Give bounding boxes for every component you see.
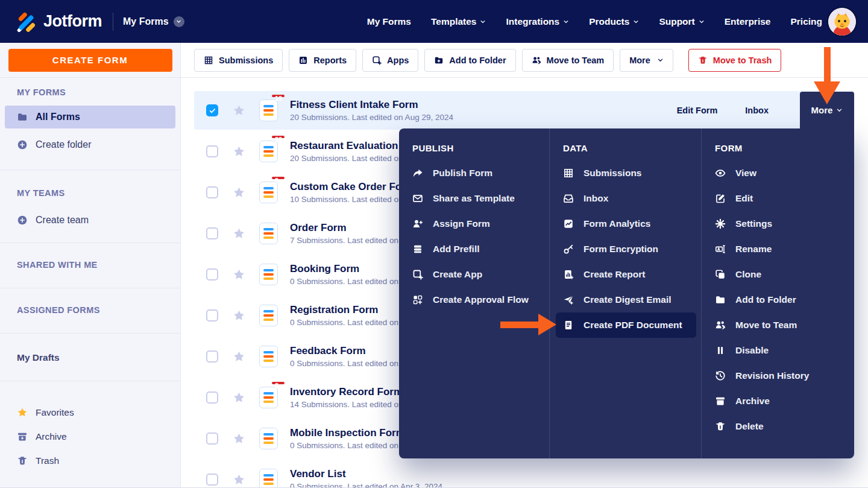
form-thumbnail-icon bbox=[259, 305, 278, 326]
more-button[interactable]: More bbox=[620, 49, 673, 72]
form-row-fitness-client-intake-form[interactable]: 19Fitness Client Intake Form20 Submissio… bbox=[194, 91, 854, 130]
menu-item-add-prefill[interactable]: Add Prefill bbox=[405, 236, 544, 262]
sidebar-item-my-drafts[interactable]: My Drafts bbox=[0, 352, 180, 363]
menu-item-publish-form[interactable]: Publish Form bbox=[405, 160, 544, 186]
nav-link-products[interactable]: Products bbox=[589, 16, 639, 27]
sidebar-item-trash[interactable]: Trash bbox=[5, 449, 175, 473]
menu-item-archive[interactable]: Archive bbox=[708, 388, 849, 414]
submissions-icon bbox=[204, 55, 213, 65]
menu-item-form-analytics[interactable]: Form Analytics bbox=[556, 211, 696, 236]
menu-item-inbox[interactable]: Inbox bbox=[556, 186, 696, 211]
menu-item-label: Create Digest Email bbox=[583, 294, 671, 305]
create-form-button[interactable]: CREATE FORM bbox=[8, 49, 172, 72]
row-checkbox-checked[interactable] bbox=[206, 104, 218, 116]
menu-item-revision-history[interactable]: Revision History bbox=[708, 363, 849, 388]
submissions-button[interactable]: Submissions bbox=[194, 49, 283, 72]
menu-item-rename[interactable]: Rename bbox=[708, 236, 849, 262]
workspace-switcher[interactable]: My Forms bbox=[123, 16, 184, 27]
unread-count-badge: 19 bbox=[272, 95, 285, 97]
menu-item-disable[interactable]: Disable bbox=[708, 338, 849, 363]
nav-link-support[interactable]: Support bbox=[659, 16, 704, 27]
sidebar-item-all-forms[interactable]: All Forms bbox=[5, 106, 175, 128]
row-checkbox[interactable] bbox=[206, 433, 218, 445]
navbar-divider bbox=[113, 13, 113, 31]
sidebar-item-create-team[interactable]: Create team bbox=[5, 209, 175, 232]
menu-item-settings[interactable]: Settings bbox=[708, 211, 849, 236]
menu-item-assign-form[interactable]: Assign Form bbox=[405, 211, 544, 236]
menu-item-create-digest-email[interactable]: Create Digest Email bbox=[556, 287, 696, 312]
row-checkbox[interactable] bbox=[206, 350, 218, 363]
sidebar-item-shared-with-me[interactable]: SHARED WITH ME bbox=[0, 260, 180, 270]
menu-item-clone[interactable]: Clone bbox=[708, 262, 849, 287]
menu-item-create-pdf-document[interactable]: Create PDF Document bbox=[556, 312, 696, 338]
row-checkbox[interactable] bbox=[206, 391, 218, 404]
nav-link-templates[interactable]: Templates bbox=[431, 16, 486, 27]
chevron-down-icon bbox=[633, 19, 639, 25]
edit-form-link[interactable]: Edit Form bbox=[677, 106, 718, 115]
menu-item-share-as-template[interactable]: Share as Template bbox=[405, 186, 544, 211]
submissions-icon bbox=[563, 168, 574, 179]
menu-item-edit[interactable]: Edit bbox=[708, 186, 849, 211]
create-report-icon bbox=[563, 269, 574, 280]
add-to-folder-button[interactable]: Add to Folder bbox=[424, 49, 515, 72]
form-title: Fitness Client Intake Form bbox=[290, 99, 453, 111]
more-context-menu: PUBLISHPublish FormShare as TemplateAssi… bbox=[399, 128, 854, 458]
sidebar-item-archive[interactable]: Archive bbox=[5, 425, 175, 449]
form-meta: 7 Submissions. Last edited on bbox=[290, 236, 398, 245]
sidebar-item-assigned-forms[interactable]: ASSIGNED FORMS bbox=[0, 305, 180, 315]
sidebar-item-favorites[interactable]: Favorites bbox=[5, 401, 175, 425]
menu-item-label: Create Report bbox=[583, 269, 646, 280]
menu-item-move-to-team[interactable]: Move to Team bbox=[708, 312, 849, 338]
toolbar-button-label: Submissions bbox=[219, 55, 273, 65]
settings-icon bbox=[715, 218, 726, 229]
star-icon[interactable] bbox=[233, 104, 245, 117]
menu-item-form-encryption[interactable]: Form Encryption bbox=[556, 236, 696, 262]
nav-link-integrations[interactable]: Integrations bbox=[506, 16, 569, 27]
clone-icon bbox=[715, 269, 726, 280]
row-checkbox[interactable] bbox=[206, 474, 218, 486]
row-checkbox[interactable] bbox=[206, 186, 218, 198]
menu-item-delete[interactable]: Delete bbox=[708, 414, 849, 439]
star-icon[interactable] bbox=[233, 145, 245, 158]
sidebar-item-create-folder[interactable]: Create folder bbox=[5, 133, 175, 156]
jotform-logo[interactable]: Jotform bbox=[14, 10, 102, 33]
toolbar-button-label: Apps bbox=[387, 55, 409, 65]
form-meta: 0 Submissions. Last edited on bbox=[290, 277, 398, 286]
reports-button[interactable]: Reports bbox=[289, 49, 356, 72]
menu-item-label: Share as Template bbox=[433, 193, 515, 204]
form-title: Order Form bbox=[290, 222, 398, 234]
menu-item-label: Add to Folder bbox=[735, 294, 796, 305]
star-icon[interactable] bbox=[233, 350, 245, 363]
apps-button[interactable]: Apps bbox=[362, 49, 418, 72]
nav-link-my-forms[interactable]: My Forms bbox=[367, 16, 411, 27]
move-to-team-button[interactable]: Move to Team bbox=[522, 49, 614, 72]
nav-link-label: Pricing bbox=[790, 16, 822, 27]
star-icon[interactable] bbox=[233, 309, 245, 322]
star-icon[interactable] bbox=[233, 474, 245, 486]
nav-link-pricing[interactable]: Pricing bbox=[790, 16, 822, 27]
move-to-trash-button[interactable]: Move to Trash bbox=[688, 49, 782, 72]
menu-item-create-report[interactable]: Create Report bbox=[556, 262, 696, 287]
menu-item-view[interactable]: View bbox=[708, 160, 849, 186]
menu-item-submissions[interactable]: Submissions bbox=[556, 160, 696, 186]
more-button-label: More bbox=[811, 105, 833, 115]
star-icon[interactable] bbox=[233, 391, 245, 404]
form-row-vendor-list[interactable]: Vendor List0 Submissions. Last edited on… bbox=[194, 460, 854, 488]
menu-item-add-to-folder[interactable]: Add to Folder bbox=[708, 287, 849, 312]
plus-circle-icon bbox=[17, 139, 28, 150]
star-icon[interactable] bbox=[233, 268, 245, 281]
user-avatar[interactable] bbox=[828, 8, 856, 36]
star-icon[interactable] bbox=[233, 227, 245, 240]
menu-item-create-app[interactable]: Create App bbox=[405, 262, 544, 287]
sidebar-item-label: Create team bbox=[36, 215, 89, 226]
menu-item-create-approval-flow[interactable]: Create Approval Flow bbox=[405, 287, 544, 312]
star-icon[interactable] bbox=[233, 186, 245, 199]
nav-link-enterprise[interactable]: Enterprise bbox=[725, 16, 771, 27]
row-checkbox[interactable] bbox=[206, 145, 218, 157]
row-checkbox[interactable] bbox=[206, 309, 218, 322]
star-icon[interactable] bbox=[233, 433, 245, 445]
unread-count-badge: 9 bbox=[272, 177, 285, 179]
row-checkbox[interactable] bbox=[206, 268, 218, 280]
row-checkbox[interactable] bbox=[206, 227, 218, 239]
inbox-link[interactable]: Inbox bbox=[745, 106, 769, 115]
